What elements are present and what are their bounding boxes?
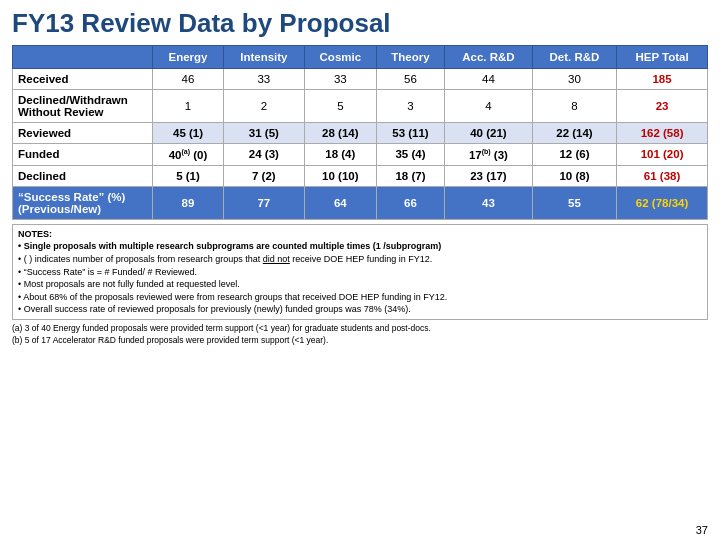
cell-funded-3: 35 (4) — [377, 144, 445, 166]
hep-total-declined-withdrawn: 23 — [617, 90, 708, 123]
cell-declined-withdrawn-0: 1 — [153, 90, 224, 123]
notes-line-2: • “Success Rate” is = # Funded/ # Review… — [18, 266, 702, 279]
cell-funded-0: 40(a) (0) — [153, 144, 224, 166]
data-table: Energy Intensity Cosmic Theory Acc. R&D … — [12, 45, 708, 220]
footnotes: (a) 3 of 40 Energy funded proposals were… — [12, 323, 708, 347]
cell-received-2: 33 — [304, 69, 376, 90]
row-label-reviewed: Reviewed — [13, 123, 153, 144]
notes-lines: • Single proposals with multiple researc… — [18, 240, 702, 316]
footnote-0: (a) 3 of 40 Energy funded proposals were… — [12, 323, 708, 335]
cell-funded-1: 24 (3) — [224, 144, 305, 166]
cell-declined-4: 23 (17) — [444, 165, 532, 186]
cell-success-0: 89 — [153, 186, 224, 219]
cell-success-2: 64 — [304, 186, 376, 219]
page-number: 37 — [696, 524, 708, 536]
cell-declined-withdrawn-3: 3 — [377, 90, 445, 123]
cell-declined-withdrawn-2: 5 — [304, 90, 376, 123]
notes-line-0: • Single proposals with multiple researc… — [18, 240, 702, 253]
col-header-hep-total: HEP Total — [617, 46, 708, 69]
cell-received-3: 56 — [377, 69, 445, 90]
cell-declined-3: 18 (7) — [377, 165, 445, 186]
notes-section: NOTES: • Single proposals with multiple … — [12, 224, 708, 320]
table-row: Received463333564430185 — [13, 69, 708, 90]
cell-funded-4: 17(b) (3) — [444, 144, 532, 166]
notes-line-3: • Most proposals are not fully funded at… — [18, 278, 702, 291]
cell-success-5: 55 — [532, 186, 616, 219]
cell-received-5: 30 — [532, 69, 616, 90]
cell-success-1: 77 — [224, 186, 305, 219]
cell-reviewed-0: 45 (1) — [153, 123, 224, 144]
cell-received-4: 44 — [444, 69, 532, 90]
row-label-success: “Success Rate” (%) (Previous/New) — [13, 186, 153, 219]
row-label-funded: Funded — [13, 144, 153, 166]
cell-reviewed-1: 31 (5) — [224, 123, 305, 144]
cell-declined-1: 7 (2) — [224, 165, 305, 186]
cell-success-3: 66 — [377, 186, 445, 219]
notes-line-5: • Overall success rate of reviewed propo… — [18, 303, 702, 316]
col-header-acc-rd: Acc. R&D — [444, 46, 532, 69]
row-label-received: Received — [13, 69, 153, 90]
notes-title: NOTES: — [18, 229, 52, 239]
hep-total-reviewed: 162 (58) — [617, 123, 708, 144]
table-row: “Success Rate” (%) (Previous/New)8977646… — [13, 186, 708, 219]
cell-received-1: 33 — [224, 69, 305, 90]
col-header-theory: Theory — [377, 46, 445, 69]
notes-line-1: • ( ) indicates number of proposals from… — [18, 253, 702, 266]
footnote-1: (b) 5 of 17 Accelerator R&D funded propo… — [12, 335, 708, 347]
row-label-declined: Declined — [13, 165, 153, 186]
page: FY13 Review Data by Proposal Energy Inte… — [0, 0, 720, 540]
hep-total-funded: 101 (20) — [617, 144, 708, 166]
hep-total-success: 62 (78/34) — [617, 186, 708, 219]
col-header-label — [13, 46, 153, 69]
table-row: Declined/Withdrawn Without Review1253482… — [13, 90, 708, 123]
cell-declined-withdrawn-4: 4 — [444, 90, 532, 123]
cell-reviewed-2: 28 (14) — [304, 123, 376, 144]
hep-total-received: 185 — [617, 69, 708, 90]
hep-total-declined: 61 (38) — [617, 165, 708, 186]
col-header-energy: Energy — [153, 46, 224, 69]
col-header-intensity: Intensity — [224, 46, 305, 69]
table-row: Funded40(a) (0)24 (3)18 (4)35 (4)17(b) (… — [13, 144, 708, 166]
col-header-det-rd: Det. R&D — [532, 46, 616, 69]
col-header-cosmic: Cosmic — [304, 46, 376, 69]
cell-reviewed-3: 53 (11) — [377, 123, 445, 144]
cell-reviewed-5: 22 (14) — [532, 123, 616, 144]
cell-declined-5: 10 (8) — [532, 165, 616, 186]
cell-success-4: 43 — [444, 186, 532, 219]
cell-declined-0: 5 (1) — [153, 165, 224, 186]
notes-line-4: • About 68% of the proposals reviewed we… — [18, 291, 702, 304]
cell-received-0: 46 — [153, 69, 224, 90]
cell-funded-5: 12 (6) — [532, 144, 616, 166]
cell-declined-withdrawn-5: 8 — [532, 90, 616, 123]
page-title: FY13 Review Data by Proposal — [12, 8, 708, 39]
cell-reviewed-4: 40 (21) — [444, 123, 532, 144]
cell-funded-2: 18 (4) — [304, 144, 376, 166]
cell-declined-2: 10 (10) — [304, 165, 376, 186]
table-row: Declined5 (1)7 (2)10 (10)18 (7)23 (17)10… — [13, 165, 708, 186]
row-label-declined-withdrawn: Declined/Withdrawn Without Review — [13, 90, 153, 123]
cell-declined-withdrawn-1: 2 — [224, 90, 305, 123]
table-row: Reviewed45 (1)31 (5)28 (14)53 (11)40 (21… — [13, 123, 708, 144]
